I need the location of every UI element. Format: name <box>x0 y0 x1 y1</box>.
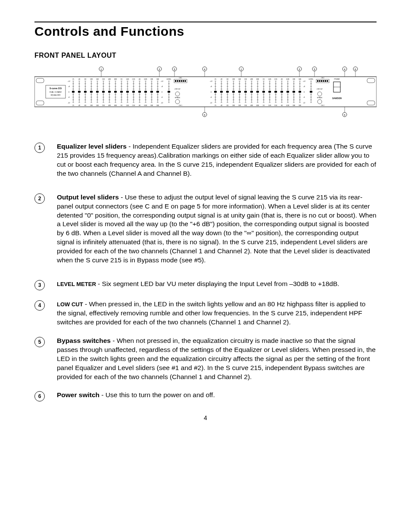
svg-text:250: 250 <box>102 78 105 80</box>
svg-text:400: 400 <box>108 78 111 80</box>
svg-text:25: 25 <box>215 78 216 80</box>
svg-text:25: 25 <box>72 78 74 80</box>
svg-text:4K: 4K <box>281 78 283 80</box>
svg-text:CH 1: CH 1 <box>179 77 182 79</box>
svg-text:+6: +6 <box>68 86 70 87</box>
svg-rect-231 <box>183 80 184 82</box>
list-item: 1Equalizer level sliders - Independent E… <box>34 142 377 178</box>
svg-text:+12: +12 <box>68 81 70 82</box>
list-item: 5Bypass switches - When not pressed in, … <box>34 336 377 382</box>
top-rule <box>34 22 377 22</box>
svg-text:1K: 1K <box>263 105 265 106</box>
svg-text:4K: 4K <box>139 105 141 106</box>
page-title: Controls and Functions <box>34 24 377 39</box>
svg-rect-99 <box>108 91 111 93</box>
svg-text:-12: -12 <box>68 102 70 104</box>
svg-text:63: 63 <box>227 78 228 80</box>
svg-text:4K: 4K <box>139 78 141 80</box>
svg-text:LEVEL: LEVEL <box>309 78 314 80</box>
item-body: Power switch - Use this to turn the powe… <box>57 391 377 400</box>
svg-text:6.3K: 6.3K <box>286 78 290 80</box>
svg-text:CH 2: CH 2 <box>321 77 324 79</box>
svg-text:160: 160 <box>238 105 241 106</box>
svg-rect-47 <box>84 91 87 93</box>
item-number-badge: 1 <box>34 143 45 153</box>
svg-rect-433 <box>299 91 301 93</box>
list-item: 6Power switch - Use this to turn the pow… <box>34 391 377 401</box>
svg-rect-112 <box>114 91 117 93</box>
svg-text:1.6K: 1.6K <box>126 105 129 106</box>
svg-text:0: 0 <box>304 91 305 93</box>
svg-text:2.5K: 2.5K <box>274 78 277 80</box>
svg-text:630: 630 <box>114 105 117 106</box>
svg-rect-460 <box>323 80 324 82</box>
svg-text:400: 400 <box>250 78 253 80</box>
svg-text:100: 100 <box>232 78 235 80</box>
svg-text:630: 630 <box>256 78 259 80</box>
svg-text:100: 100 <box>90 105 93 106</box>
svg-text:630: 630 <box>256 105 259 106</box>
svg-text:-12: -12 <box>161 102 163 104</box>
item-lead: Power switch <box>57 391 100 398</box>
svg-text:40: 40 <box>221 105 222 106</box>
list-item: 3LEVEL METER - Six segment LED bar VU me… <box>34 280 377 290</box>
front-panel-diagram: S-curve 215DUAL 15 BANDEQUALIZER25254040… <box>34 65 377 125</box>
svg-text:16K: 16K <box>299 105 302 106</box>
item-number-badge: 4 <box>34 300 45 311</box>
svg-text:16K: 16K <box>299 78 302 80</box>
svg-rect-461 <box>325 80 326 82</box>
svg-text:10K: 10K <box>293 78 296 80</box>
svg-text:S-curve 215: S-curve 215 <box>50 87 62 90</box>
svg-text:+6: +6 <box>210 86 212 87</box>
svg-rect-264 <box>220 91 223 93</box>
svg-rect-277 <box>226 91 229 93</box>
svg-text:+6: +6 <box>303 86 305 87</box>
svg-rect-60 <box>90 91 93 93</box>
svg-text:400: 400 <box>250 105 253 106</box>
svg-rect-177 <box>144 91 147 93</box>
item-lead: LEVEL METER <box>57 281 96 287</box>
svg-text:40: 40 <box>78 78 80 80</box>
svg-rect-73 <box>96 91 99 93</box>
items-list: 1Equalizer level sliders - Independent E… <box>34 142 377 401</box>
svg-text:10K: 10K <box>150 78 153 80</box>
svg-text:6.3K: 6.3K <box>144 105 147 106</box>
svg-rect-229 <box>179 80 180 82</box>
svg-text:1K: 1K <box>263 78 265 80</box>
svg-text:16K: 16K <box>156 105 159 106</box>
svg-text:63: 63 <box>227 105 228 106</box>
svg-text:2.5K: 2.5K <box>274 105 277 106</box>
item-text: - Use these to adjust the output level o… <box>57 193 377 264</box>
svg-text:2.5K: 2.5K <box>132 78 135 80</box>
svg-rect-303 <box>238 91 241 93</box>
svg-text:25: 25 <box>72 105 74 106</box>
item-lead: Equalizer level sliders <box>57 143 127 150</box>
svg-text:10K: 10K <box>293 105 296 106</box>
svg-rect-138 <box>126 91 129 93</box>
svg-rect-86 <box>102 91 105 93</box>
item-body: Equalizer level sliders - Independent Eq… <box>57 142 377 178</box>
svg-rect-227 <box>175 80 176 82</box>
item-text: - Six segment LED bar VU meter displayin… <box>96 280 339 287</box>
item-text: - When pressed in, the LED in the switch… <box>57 300 365 326</box>
svg-text:-6: -6 <box>210 96 212 98</box>
svg-rect-251 <box>214 91 217 93</box>
svg-rect-232 <box>185 80 186 82</box>
svg-text:100: 100 <box>90 78 93 80</box>
svg-text:DUAL 15 BAND: DUAL 15 BAND <box>50 91 62 93</box>
item-lead: Bypass switches <box>57 337 111 344</box>
svg-rect-458 <box>319 80 321 82</box>
svg-rect-462 <box>327 80 328 82</box>
svg-text:-6: -6 <box>303 96 305 98</box>
svg-text:100: 100 <box>232 105 235 106</box>
list-item: 4LOW CUT - When pressed in, the LED in t… <box>34 300 377 327</box>
svg-text:-12: -12 <box>303 102 305 104</box>
item-lead: LOW CUT <box>57 301 83 308</box>
svg-text:63: 63 <box>84 78 86 80</box>
svg-text:160: 160 <box>96 78 99 80</box>
svg-text:-6: -6 <box>161 96 162 98</box>
item-number-badge: 6 <box>34 391 45 401</box>
svg-rect-381 <box>274 91 277 93</box>
item-number-badge: 2 <box>34 193 45 204</box>
svg-text:250: 250 <box>244 78 247 80</box>
